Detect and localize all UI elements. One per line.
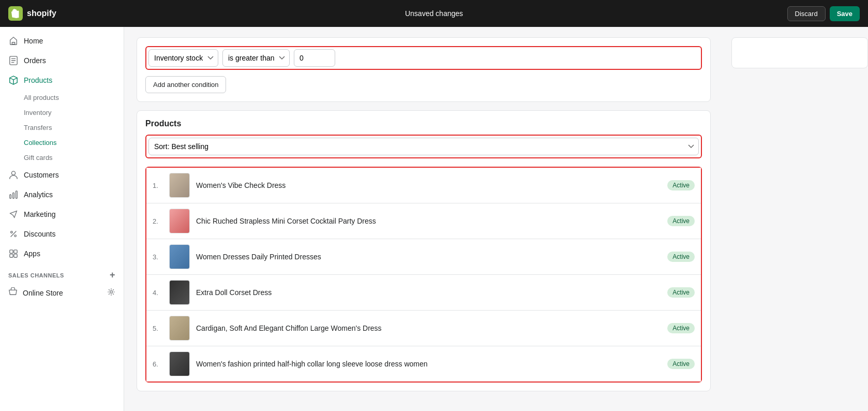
- svg-rect-3: [10, 195, 11, 198]
- home-icon: [8, 36, 19, 46]
- sidebar-sub-transfers[interactable]: Transfers: [0, 120, 124, 135]
- product-name: Chic Ruched Strapless Mini Corset Cockta…: [196, 217, 661, 225]
- top-nav-actions: Discard Save: [787, 6, 860, 21]
- svg-rect-9: [14, 250, 17, 253]
- analytics-icon: [8, 189, 19, 200]
- sidebar-item-marketing[interactable]: Marketing: [0, 204, 124, 224]
- table-row: 5. Cardigan, Soft And Elegant Chiffon La…: [146, 311, 701, 346]
- status-badge: Active: [667, 216, 695, 226]
- logo: shopify: [8, 6, 56, 21]
- add-condition-button[interactable]: Add another condition: [145, 76, 226, 93]
- products-icon: [8, 75, 19, 85]
- sort-select[interactable]: Sort: Best selling Title: A–Z Title: Z–A…: [148, 138, 699, 155]
- status-badge: Active: [667, 359, 695, 369]
- sidebar: Home Orders Products All products Invent…: [0, 27, 124, 411]
- products-section-title: Products: [145, 119, 702, 128]
- product-num: 4.: [153, 289, 163, 297]
- product-num: 6.: [153, 360, 163, 368]
- product-name: Extra Doll Corset Dress: [196, 288, 661, 297]
- status-badge: Active: [667, 287, 695, 298]
- sidebar-sub-gift-cards[interactable]: Gift cards: [0, 150, 124, 165]
- product-thumbnail: [169, 244, 190, 269]
- sidebar-sub-collections[interactable]: Collections: [0, 135, 124, 150]
- sidebar-item-orders[interactable]: Orders: [0, 51, 124, 70]
- product-num: 5.: [153, 325, 163, 332]
- sidebar-label-marketing: Marketing: [24, 210, 55, 218]
- svg-point-7: [14, 235, 17, 237]
- products-card: Products Sort: Best selling Title: A–Z T…: [137, 110, 711, 391]
- sidebar-label-orders: Orders: [24, 56, 46, 65]
- add-channel-button[interactable]: +: [110, 270, 115, 281]
- sidebar-sub-all-products[interactable]: All products: [0, 90, 124, 105]
- product-thumbnail: [169, 173, 190, 198]
- table-row: 1. Women's Vibe Check Dress Active: [146, 168, 701, 203]
- product-thumbnail: [169, 209, 190, 233]
- sidebar-item-customers[interactable]: Customers: [0, 165, 124, 185]
- product-num: 2.: [153, 217, 163, 225]
- product-name: Women's fashion printed half-high collar…: [196, 360, 661, 368]
- sidebar-label-customers: Customers: [24, 171, 59, 179]
- apps-icon: [8, 248, 19, 259]
- main-content: Inventory stock Product title Product ty…: [124, 27, 723, 411]
- product-num: 3.: [153, 253, 163, 261]
- condition-value-input[interactable]: [294, 49, 335, 67]
- marketing-icon: [8, 209, 19, 219]
- sidebar-sub-inventory[interactable]: Inventory: [0, 105, 124, 120]
- sidebar-item-discounts[interactable]: Discounts: [0, 224, 124, 244]
- status-badge: Active: [667, 180, 695, 190]
- page-title: Unsaved changes: [405, 9, 463, 18]
- svg-point-2: [11, 171, 15, 175]
- discard-button[interactable]: Discard: [787, 6, 826, 21]
- discounts-icon: [8, 229, 19, 239]
- product-thumbnail: [169, 280, 190, 305]
- sidebar-label-apps: Apps: [24, 249, 40, 258]
- svg-point-6: [11, 231, 13, 233]
- svg-rect-0: [12, 42, 14, 45]
- status-badge: Active: [667, 252, 695, 262]
- svg-rect-5: [16, 191, 18, 198]
- product-thumbnail: [169, 351, 190, 376]
- table-row: 4. Extra Doll Corset Dress Active: [146, 275, 701, 311]
- svg-rect-4: [13, 193, 14, 198]
- online-store-icon: [8, 287, 18, 298]
- product-list: 1. Women's Vibe Check Dress Active 2. Ch…: [145, 167, 702, 383]
- table-row: 6. Women's fashion printed half-high col…: [146, 346, 701, 381]
- table-row: 3. Women Dresses Daily Printed Dresses A…: [146, 239, 701, 275]
- product-num: 1.: [153, 182, 163, 189]
- sort-row: Sort: Best selling Title: A–Z Title: Z–A…: [145, 135, 702, 158]
- svg-rect-8: [10, 250, 13, 253]
- svg-point-12: [110, 291, 113, 293]
- shopify-icon: [8, 6, 23, 21]
- sales-channels-label: SALES CHANNELS +: [0, 263, 124, 283]
- top-nav: shopify Unsaved changes Discard Save: [0, 0, 868, 27]
- customers-icon: [8, 170, 19, 180]
- orders-icon: [8, 55, 19, 66]
- sidebar-item-analytics[interactable]: Analytics: [0, 185, 124, 204]
- sidebar-item-online-store[interactable]: Online Store: [0, 283, 124, 303]
- product-thumbnail: [169, 316, 190, 341]
- sidebar-label-analytics: Analytics: [24, 190, 53, 199]
- shopify-label: shopify: [27, 9, 56, 18]
- right-card: [731, 37, 868, 68]
- save-button[interactable]: Save: [830, 6, 860, 21]
- sidebar-item-home[interactable]: Home: [0, 31, 124, 51]
- sidebar-item-products[interactable]: Products: [0, 70, 124, 90]
- svg-rect-10: [10, 254, 13, 257]
- sidebar-label-discounts: Discounts: [24, 230, 55, 238]
- table-row: 2. Chic Ruched Strapless Mini Corset Coc…: [146, 203, 701, 239]
- condition-row: Inventory stock Product title Product ty…: [145, 46, 702, 70]
- sidebar-label-home: Home: [24, 37, 43, 45]
- condition-card: Inventory stock Product title Product ty…: [137, 37, 711, 102]
- product-name: Women's Vibe Check Dress: [196, 181, 661, 189]
- product-name: Cardigan, Soft And Elegant Chiffon Large…: [196, 324, 661, 332]
- right-panel: [723, 27, 868, 411]
- online-store-label: Online Store: [23, 289, 63, 297]
- condition-operator-select[interactable]: is greater than is less than is equal to: [222, 49, 290, 67]
- online-store-settings-icon[interactable]: [107, 288, 115, 298]
- sidebar-label-products: Products: [24, 76, 52, 84]
- status-badge: Active: [667, 323, 695, 333]
- svg-rect-11: [14, 254, 17, 257]
- sidebar-item-apps[interactable]: Apps: [0, 244, 124, 263]
- condition-type-select[interactable]: Inventory stock Product title Product ty…: [148, 49, 218, 67]
- product-name: Women Dresses Daily Printed Dresses: [196, 253, 661, 261]
